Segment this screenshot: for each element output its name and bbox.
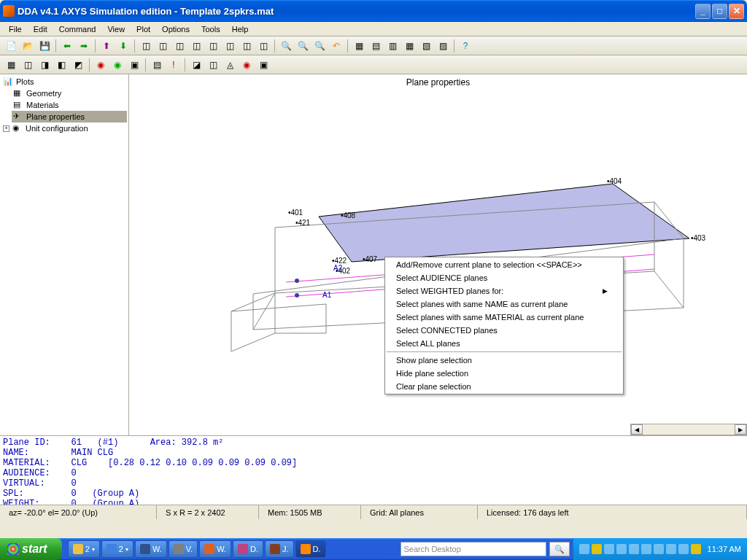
ctx-hide[interactable]: Hide plane selection	[386, 367, 622, 380]
menu-file[interactable]: File	[3, 23, 28, 35]
scroll-right-icon[interactable]: ▶	[735, 424, 746, 435]
start-button[interactable]: start	[0, 538, 62, 560]
up-icon[interactable]: ⬆	[98, 38, 115, 54]
tree-item-unit-config[interactable]: + ◉ Unit configuration	[1, 122, 127, 134]
menu-options[interactable]: Options	[156, 23, 196, 35]
t2-12-icon[interactable]: ◫	[205, 57, 221, 73]
task-item[interactable]: 2▾	[68, 540, 100, 558]
open-icon[interactable]: 📂	[20, 38, 36, 54]
help-icon[interactable]: ?	[457, 38, 473, 54]
cube6-icon[interactable]: ◫	[222, 38, 238, 54]
new-icon[interactable]: 📄	[3, 38, 19, 54]
tree-label: Plane properties	[26, 112, 85, 121]
menu-command[interactable]: Command	[53, 23, 102, 35]
cube8-icon[interactable]: ◫	[255, 38, 271, 54]
zoom-out-icon[interactable]: 🔍	[295, 38, 311, 54]
tool5-icon[interactable]: ▨	[435, 38, 451, 54]
minimize-button[interactable]: _	[695, 4, 711, 19]
tray-icon[interactable]	[616, 544, 627, 554]
t2-2-icon[interactable]: ◫	[20, 57, 36, 73]
tray-icon[interactable]	[579, 544, 589, 554]
menu-help[interactable]: Help	[226, 23, 255, 35]
t2-13-icon[interactable]: ◬	[222, 57, 238, 73]
tool1-icon[interactable]: ▤	[368, 38, 384, 54]
ctx-weighted[interactable]: Select WEIGHTED planes for:▶	[386, 284, 622, 298]
sidebar: 📊 Plots ▦ Geometry ▤ Materials ✈ Plane p…	[0, 74, 129, 435]
expand-icon[interactable]: +	[3, 125, 9, 132]
zoom-fit-icon[interactable]: 🔍	[311, 38, 328, 54]
cube2-icon[interactable]: ◫	[155, 38, 171, 54]
t2-10-icon[interactable]: !	[166, 57, 182, 73]
tree-item-geometry[interactable]: ▦ Geometry	[12, 88, 127, 99]
back-icon[interactable]: ⬅	[59, 38, 75, 54]
scroll-left-icon[interactable]: ◀	[631, 424, 643, 435]
maximize-button[interactable]: □	[712, 4, 727, 19]
t2-1-icon[interactable]: ▦	[3, 57, 19, 73]
cube3-icon[interactable]: ◫	[171, 38, 187, 54]
t2-8-icon[interactable]: ▣	[126, 57, 142, 73]
task-item[interactable]: W.	[199, 540, 231, 558]
tool2-icon[interactable]: ▥	[384, 38, 400, 54]
tree-item-plane-properties[interactable]: ✈ Plane properties	[12, 111, 127, 122]
tree-item-materials[interactable]: ▤ Materials	[12, 99, 127, 111]
t2-7-icon[interactable]: ◉	[109, 57, 125, 73]
t2-5-icon[interactable]: ◩	[70, 57, 86, 73]
canvas[interactable]: •401 •421 •408 •422 •407 •402 •404 •403 …	[129, 93, 747, 435]
tray-icon[interactable]	[691, 544, 701, 554]
task-item-active[interactable]: D.	[295, 540, 326, 558]
close-button[interactable]: ✕	[729, 4, 744, 19]
ctx-all[interactable]: Select ALL planes	[386, 337, 622, 350]
t2-14-icon[interactable]: ◉	[239, 57, 255, 73]
save-icon[interactable]: 💾	[36, 38, 53, 54]
menu-plot[interactable]: Plot	[131, 23, 156, 35]
tray-icon[interactable]	[678, 544, 689, 554]
tray-icon[interactable]	[654, 544, 664, 554]
t2-6-icon[interactable]: ◉	[93, 57, 109, 73]
cube7-icon[interactable]: ◫	[239, 38, 255, 54]
forward-icon[interactable]: ➡	[76, 38, 92, 54]
down-icon[interactable]: ⬇	[115, 38, 131, 54]
task-item[interactable]: W.	[135, 540, 167, 558]
cube1-icon[interactable]: ◫	[138, 38, 154, 54]
ctx-add-remove[interactable]: Add/Remove current plane to selection <<…	[386, 258, 622, 271]
task-item[interactable]: D.	[233, 540, 263, 558]
menu-view[interactable]: View	[101, 23, 131, 35]
search-button[interactable]: 🔍	[549, 542, 570, 556]
h-scrollbar[interactable]: ◀ ▶	[630, 424, 747, 435]
undo-icon[interactable]: ↶	[328, 38, 344, 54]
unit-icon: ◉	[12, 123, 23, 133]
grid-icon[interactable]: ▦	[351, 38, 367, 54]
ctx-show[interactable]: Show plane selection	[386, 354, 622, 367]
t2-9-icon[interactable]: ▤	[149, 57, 165, 73]
viewport[interactable]: Plane properties	[129, 74, 747, 435]
lbl-404: •404	[607, 177, 622, 185]
task-item[interactable]: J.	[265, 540, 294, 558]
scroll-track[interactable]	[643, 424, 735, 435]
ctx-audience[interactable]: Select AUDIENCE planes	[386, 271, 622, 284]
ctx-connected[interactable]: Select CONNECTED planes	[386, 324, 622, 337]
tool3-icon[interactable]: ▦	[401, 38, 417, 54]
task-item[interactable]: 2▾	[101, 540, 133, 558]
tray-icon[interactable]	[604, 544, 614, 554]
tree-root-plots[interactable]: 📊 Plots	[1, 76, 127, 88]
zoom-in-icon[interactable]: 🔍	[278, 38, 294, 54]
menu-tools[interactable]: Tools	[196, 23, 226, 35]
cube4-icon[interactable]: ◫	[188, 38, 204, 54]
t2-11-icon[interactable]: ◪	[188, 57, 204, 73]
ctx-clear[interactable]: Clear plane selection	[386, 380, 622, 393]
ctx-same-name[interactable]: Select planes with same NAME as current …	[386, 298, 622, 311]
cube5-icon[interactable]: ◫	[205, 38, 221, 54]
search-input[interactable]: Search Desktop	[400, 542, 546, 556]
menu-edit[interactable]: Edit	[28, 23, 53, 35]
tray-icon[interactable]	[592, 544, 602, 554]
task-item[interactable]: V.	[169, 540, 198, 558]
tray-icon[interactable]	[629, 544, 639, 554]
tool4-icon[interactable]: ▧	[418, 38, 434, 54]
t2-4-icon[interactable]: ◧	[53, 57, 69, 73]
clock[interactable]: 11:37 AM	[708, 545, 741, 553]
ctx-same-material[interactable]: Select planes with same MATERIAL as curr…	[386, 311, 622, 324]
t2-15-icon[interactable]: ▣	[255, 57, 271, 73]
tray-icon[interactable]	[641, 544, 651, 554]
tray-icon[interactable]	[666, 544, 676, 554]
t2-3-icon[interactable]: ◨	[36, 57, 53, 73]
